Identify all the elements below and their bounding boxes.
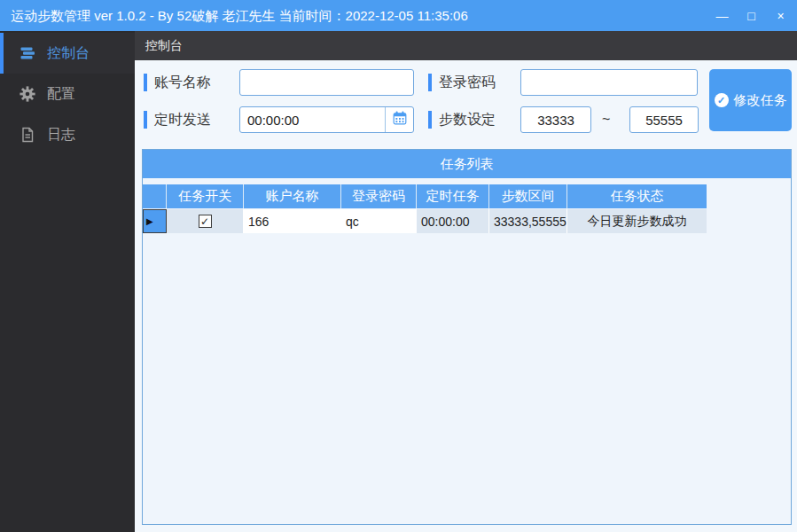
steps-label: 步数设定	[439, 106, 496, 133]
header-cell-account: 账户名称	[244, 184, 341, 208]
task-list-title: 任务列表	[143, 150, 791, 178]
header-cell-password: 登录密码	[341, 184, 417, 208]
password-label: 登录密码	[439, 69, 496, 96]
task-table: 任务开关 账户名称 登录密码 定时任务 步数区间 任务状态 ▶ ✓ 166 qc…	[143, 184, 707, 233]
gear-icon	[20, 86, 35, 102]
accent-bar	[144, 111, 147, 129]
accent-bar	[144, 74, 147, 91]
table-header-row: 任务开关 账户名称 登录密码 定时任务 步数区间 任务状态	[143, 184, 707, 208]
modify-task-button[interactable]: ✓ 修改任务	[709, 69, 792, 131]
accent-bar	[428, 74, 432, 91]
sidebar-item-label: 控制台	[47, 44, 90, 63]
task-list-panel: 任务列表 任务开关 账户名称 登录密码 定时任务 步数区间 任务状态 ▶ ✓ 1…	[142, 149, 792, 525]
minimize-icon: —	[716, 9, 729, 23]
account-input[interactable]	[239, 69, 414, 96]
cell-schedule[interactable]: 00:00:00	[417, 209, 489, 233]
modify-task-label: 修改任务	[734, 92, 787, 109]
sidebar-item-label: 配置	[47, 85, 75, 104]
maximize-button[interactable]: □	[737, 0, 766, 31]
app-title: 运动步数管理 ver 1.0.2 - By 52破解 老江先生 当前时间：202…	[11, 0, 468, 31]
header-cell-range: 步数区间	[489, 184, 567, 208]
table-row: ▶ ✓ 166 qc 00:00:00 33333,55555 今日更新步数成功	[143, 209, 707, 233]
maximize-icon: □	[747, 9, 754, 23]
header-cell-switch: 任务开关	[167, 184, 244, 208]
minimize-button[interactable]: —	[707, 0, 737, 31]
console-icon	[20, 45, 35, 61]
sidebar-item-config[interactable]: 配置	[0, 74, 135, 114]
calendar-button[interactable]	[385, 107, 413, 132]
cell-status[interactable]: 今日更新步数成功	[567, 209, 707, 233]
password-input[interactable]	[520, 69, 698, 96]
steps-min-input[interactable]	[520, 106, 591, 133]
close-button[interactable]: ×	[766, 0, 795, 31]
schedule-label: 定时发送	[154, 106, 211, 133]
calendar-icon	[393, 111, 407, 129]
window-controls: — □ ×	[707, 0, 795, 31]
row-selector-arrow-icon: ▶	[146, 216, 153, 226]
cell-account[interactable]: 166	[244, 209, 341, 233]
sidebar-item-label: 日志	[47, 126, 75, 145]
steps-max-input[interactable]	[629, 106, 699, 133]
header-cell-status: 任务状态	[567, 184, 707, 208]
sidebar-item-log[interactable]: 日志	[0, 114, 135, 155]
tab-console: 控制台	[145, 31, 797, 60]
schedule-field	[239, 106, 414, 133]
cell-password[interactable]: qc	[341, 209, 417, 233]
close-icon: ×	[777, 9, 784, 23]
header-cell-schedule: 定时任务	[417, 184, 489, 208]
sidebar-item-console[interactable]: 控制台	[0, 33, 135, 74]
cell-range[interactable]: 33333,55555	[489, 209, 567, 233]
tilde-separator: ~	[602, 106, 610, 133]
schedule-input[interactable]	[240, 107, 385, 132]
task-switch-checkbox[interactable]: ✓	[199, 215, 212, 228]
accent-bar	[428, 111, 432, 129]
tabbar: 控制台	[135, 31, 797, 60]
account-label: 账号名称	[154, 69, 211, 96]
cell-task-switch[interactable]: ✓	[167, 209, 244, 233]
check-circle-icon: ✓	[715, 93, 729, 107]
sidebar: 控制台	[0, 31, 135, 532]
header-cell-selector	[143, 184, 167, 208]
titlebar: 运动步数管理 ver 1.0.2 - By 52破解 老江先生 当前时间：202…	[0, 0, 797, 31]
content-area: 账号名称 登录密码 定时发送 步数设定 ~	[135, 60, 797, 532]
log-icon	[20, 127, 35, 143]
row-selector[interactable]: ▶	[143, 209, 167, 233]
